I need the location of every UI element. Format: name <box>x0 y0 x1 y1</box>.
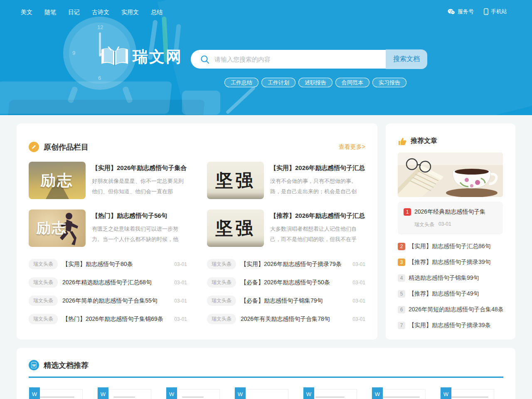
recommended-item[interactable]: 6 2026年简短的励志感悟句子合集48条 <box>398 306 503 313</box>
search-docs-button[interactable]: 搜索文档 <box>386 49 427 69</box>
search-icon <box>200 55 209 64</box>
hot-tag-contract-template[interactable]: 合同范本 <box>335 78 369 87</box>
recommended-item-title[interactable]: 2026年简短的励志感悟句子合集48条 <box>409 306 503 313</box>
word-badge: W <box>98 387 108 399</box>
news-item[interactable]: 瑞文头条 2026年精选励志感悟句子汇总68句 03-01 <box>29 277 187 288</box>
doc-card[interactable]: W <box>97 389 151 399</box>
top-navigation: 美文 随笔 日记 古诗文 实用文 总结 <box>18 8 165 17</box>
featured-article-title[interactable]: 【实用】2026年励志感悟句子汇总 <box>270 164 365 172</box>
mobile-site-link[interactable]: 手机站 <box>484 8 507 15</box>
book-and-teacup-image <box>398 153 503 197</box>
recommended-item-title[interactable]: 【实用】励志感悟句子汇总86句 <box>409 243 491 250</box>
doc-preview-line <box>446 397 488 398</box>
featured-articles: 励志 【实用】2026年励志感悟句子集合 好朋友就像是星星、你不一定总要见到他们… <box>29 162 365 247</box>
word-badge: W <box>303 387 314 399</box>
news-item[interactable]: 瑞文头条 【必备】2026年励志感悟句子50条 03-01 <box>207 277 365 288</box>
news-item[interactable]: 瑞文头条 2026年有关励志感悟句子合集78句 03-01 <box>207 314 365 324</box>
recommended-item-title[interactable]: 【推荐】励志感悟句子摘录39句 <box>409 259 491 266</box>
word-badge: W <box>29 387 40 399</box>
recommended-top-title[interactable]: 2026年经典励志感悟句子集 <box>414 208 485 216</box>
word-badge: W <box>166 387 177 399</box>
nav-riji[interactable]: 日记 <box>66 8 82 17</box>
featured-article[interactable]: 励志 【实用】2026年励志感悟句子集合 好朋友就像是星星、你不一定总要见到他们… <box>29 162 187 199</box>
search-bar: 搜索文档 <box>191 49 427 69</box>
view-more-link[interactable]: 查看更多> <box>339 143 365 151</box>
news-title[interactable]: 【必备】励志感悟句子锦集79句 <box>241 297 349 305</box>
featured-article[interactable]: 坚强 【实用】2026年励志感悟句子汇总 没有不会做的事，只有不想做的事。路，是… <box>207 162 365 199</box>
hot-tag-work-plan[interactable]: 工作计划 <box>261 78 296 87</box>
news-title[interactable]: 【必备】2026年励志感悟句子50条 <box>241 279 349 286</box>
word-badge: W <box>372 387 383 399</box>
thumbs-up-icon <box>398 137 407 145</box>
news-item[interactable]: 瑞文头条 【实用】2026年励志感悟句子摘录79条 03-01 <box>207 259 365 269</box>
news-date: 03-01 <box>174 261 187 267</box>
news-item[interactable]: 瑞文头条 【必备】励志感悟句子锦集79句 03-01 <box>207 296 365 306</box>
thumbnail-caption: 坚强 <box>216 169 256 192</box>
pen-cup-illustration <box>182 91 220 115</box>
rank-badge-4: 4 <box>398 274 405 282</box>
nav-shiyongwen[interactable]: 实用文 <box>119 8 141 17</box>
site-logo[interactable]: 瑞文网 <box>100 47 182 67</box>
news-date: 03-01 <box>174 280 187 286</box>
service-account-link[interactable]: 服务号 <box>448 8 474 15</box>
doc-preview-line <box>37 397 74 398</box>
featured-article-title[interactable]: 【实用】2026年励志感悟句子集合 <box>92 164 187 172</box>
mobile-phone-icon <box>484 8 488 15</box>
news-title[interactable]: 【热门】2026年励志感悟句子集锦69条 <box>62 315 171 323</box>
recommended-item[interactable]: 2 【实用】励志感悟句子汇总86句 <box>398 243 503 250</box>
news-item[interactable]: 瑞文头条 【热门】2026年励志感悟句子集锦69条 03-01 <box>29 314 187 324</box>
featured-article[interactable]: 坚强 【推荐】2026年励志感悟句子汇总 大多数演唱者都想着让人记住他们自己，而… <box>207 209 365 247</box>
recommended-top-source: 瑞文头条 <box>414 221 434 228</box>
doc-card[interactable]: W <box>234 389 288 399</box>
recommended-item[interactable]: 7 【实用】励志感悟句子摘录39条 <box>398 322 503 329</box>
recommended-item-title[interactable]: 精选励志感悟句子锦集99句 <box>409 274 479 282</box>
hot-tag-debrief-report[interactable]: 述职报告 <box>298 78 332 87</box>
doc-card[interactable]: W <box>440 389 494 399</box>
clock-leg <box>122 86 133 103</box>
doc-card[interactable]: W <box>372 389 426 399</box>
news-source-tag: 瑞文头条 <box>29 259 58 269</box>
word-badge: W <box>441 387 451 399</box>
news-title[interactable]: 【实用】2026年励志感悟句子摘录79条 <box>241 261 349 268</box>
news-source-tag: 瑞文头条 <box>207 277 236 288</box>
featured-article[interactable]: 励志 【热门】励志感悟句子56句 有匮乏之处意味着我们可以进一步努力。当一个人什… <box>29 209 187 247</box>
nav-meiwen[interactable]: 美文 <box>18 8 35 17</box>
news-source-tag: 瑞文头条 <box>207 259 236 269</box>
nav-suibi[interactable]: 随笔 <box>42 8 59 17</box>
recommended-item-title[interactable]: 【实用】励志感悟句子摘录39条 <box>409 322 491 329</box>
recommended-item[interactable]: 5 【推荐】励志感悟句子49句 <box>398 290 503 298</box>
news-source-tag: 瑞文头条 <box>29 314 58 324</box>
rank-badge-6: 6 <box>398 306 405 313</box>
doc-card[interactable]: W <box>303 389 357 399</box>
recommended-top-item[interactable]: 1 2026年经典励志感悟句子集 瑞文头条 03-01 <box>398 202 503 234</box>
open-book-logo-icon <box>100 47 129 67</box>
news-title[interactable]: 2026年有关励志感悟句子合集78句 <box>241 315 349 323</box>
recommended-item[interactable]: 4 精选励志感悟句子锦集99句 <box>398 274 503 282</box>
recommended-item-title[interactable]: 【推荐】励志感悟句子49句 <box>409 290 479 298</box>
hot-tag-work-summary[interactable]: 工作总结 <box>224 78 259 87</box>
featured-article-title[interactable]: 【推荐】2026年励志感悟句子汇总 <box>270 212 365 220</box>
featured-article-body: 【热门】励志感悟句子56句 有匮乏之处意味着我们可以进一步努力。当一个人什么都不… <box>92 209 187 247</box>
doc-card[interactable]: W <box>29 389 83 399</box>
doc-card-row: W W W W W W W <box>29 389 503 399</box>
nav-zongjie[interactable]: 总结 <box>148 8 165 17</box>
featured-article-title[interactable]: 【热门】励志感悟句子56句 <box>92 212 187 220</box>
hot-tag-internship-report[interactable]: 实习报告 <box>372 78 406 87</box>
rank-badge-7: 7 <box>398 322 405 329</box>
doc-card[interactable]: W <box>166 389 220 399</box>
news-item[interactable]: 瑞文头条 2026年简单的励志感悟句子合集55句 03-01 <box>29 296 187 306</box>
recommended-article-image[interactable] <box>398 153 503 197</box>
site-header: 12 3 6 9 美文 随笔 日记 古诗文 实用文 总结 服务号 <box>0 0 532 115</box>
search-input[interactable] <box>214 56 372 63</box>
nav-gushiwen[interactable]: 古诗文 <box>89 8 112 17</box>
news-item[interactable]: 瑞文头条 【实用】励志感悟句子80条 03-01 <box>29 259 187 269</box>
thumbnail-caption: 励志 <box>41 170 74 191</box>
recommended-item[interactable]: 3 【推荐】励志感悟句子摘录39句 <box>398 259 503 266</box>
thumbnail-caption: 坚强 <box>216 217 256 240</box>
news-date: 03-01 <box>352 298 365 304</box>
news-title[interactable]: 2026年简单的励志感悟句子合集55句 <box>62 297 171 305</box>
news-title[interactable]: 2026年精选励志感悟句子汇总68句 <box>62 279 171 286</box>
news-title[interactable]: 【实用】励志感悟句子80条 <box>62 261 171 268</box>
wechat-icon <box>448 9 455 15</box>
hot-search-tags: 工作总结 工作计划 述职报告 合同范本 实习报告 <box>224 78 406 87</box>
